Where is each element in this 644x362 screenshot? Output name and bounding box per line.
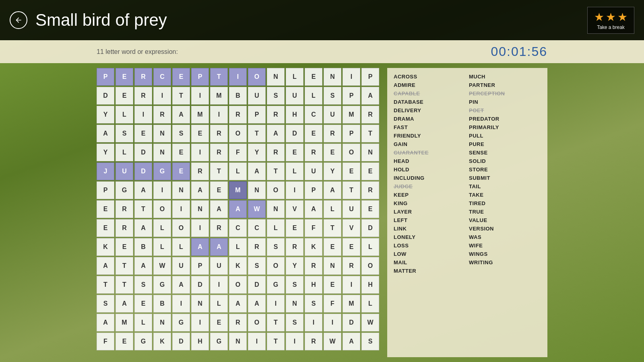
grid-cell[interactable]: A	[172, 276, 190, 294]
grid-cell[interactable]: N	[191, 200, 209, 218]
grid-cell[interactable]: A	[191, 181, 209, 199]
grid-cell[interactable]: T	[267, 162, 285, 180]
grid-cell[interactable]: T	[343, 181, 360, 199]
grid-cell[interactable]: N	[324, 68, 341, 86]
grid-cell[interactable]: R	[248, 238, 266, 256]
grid-cell[interactable]: E	[361, 200, 379, 218]
grid-cell[interactable]: I	[248, 333, 266, 350]
grid-cell[interactable]: P	[191, 257, 209, 275]
grid-cell[interactable]: R	[305, 257, 322, 275]
grid-cell[interactable]: R	[229, 106, 247, 123]
grid-cell[interactable]: T	[172, 87, 190, 105]
grid-cell[interactable]: E	[305, 68, 322, 86]
grid-cell[interactable]: Y	[324, 162, 341, 180]
grid-cell[interactable]: I	[191, 219, 209, 237]
grid-cell[interactable]: L	[286, 162, 303, 180]
grid-cell[interactable]: T	[267, 333, 285, 350]
grid-cell[interactable]: F	[97, 333, 114, 350]
grid-cell[interactable]: D	[286, 125, 303, 142]
grid-cell[interactable]: E	[343, 162, 360, 180]
grid-cell[interactable]: M	[343, 295, 360, 313]
grid-cell[interactable]: I	[286, 333, 303, 350]
grid-cell[interactable]: A	[191, 238, 209, 256]
grid-cell[interactable]: P	[343, 125, 360, 142]
grid-cell[interactable]: T	[361, 125, 379, 142]
grid-cell[interactable]: N	[324, 257, 341, 275]
grid-cell[interactable]: S	[134, 276, 152, 294]
grid-cell[interactable]: N	[172, 181, 190, 199]
grid-cell[interactable]: D	[134, 144, 152, 161]
grid-cell[interactable]: M	[210, 87, 228, 105]
grid-cell[interactable]: I	[172, 295, 190, 313]
grid-cell[interactable]: T	[116, 276, 133, 294]
grid-cell[interactable]: G	[153, 276, 171, 294]
grid-cell[interactable]: E	[116, 333, 133, 350]
grid-cell[interactable]: F	[305, 219, 322, 237]
grid-cell[interactable]: S	[172, 125, 190, 142]
grid-cell[interactable]: I	[324, 314, 341, 331]
grid-cell[interactable]: R	[305, 144, 322, 161]
grid-cell[interactable]: I	[343, 276, 360, 294]
grid-cell[interactable]: O	[343, 144, 360, 161]
grid-cell[interactable]: S	[97, 295, 114, 313]
grid-cell[interactable]: T	[97, 276, 114, 294]
grid-cell[interactable]: A	[116, 295, 133, 313]
grid-cell[interactable]: L	[229, 162, 247, 180]
grid-cell[interactable]: S	[267, 238, 285, 256]
grid-cell[interactable]: S	[324, 87, 341, 105]
grid-cell[interactable]: E	[172, 162, 190, 180]
grid-cell[interactable]: E	[210, 181, 228, 199]
grid-cell[interactable]: G	[267, 276, 285, 294]
grid-cell[interactable]: A	[97, 314, 114, 331]
grid-cell[interactable]: L	[305, 87, 322, 105]
grid-cell[interactable]: I	[153, 87, 171, 105]
grid-cell[interactable]: U	[286, 87, 303, 105]
grid-cell[interactable]: V	[343, 219, 360, 237]
grid-cell[interactable]: L	[324, 200, 341, 218]
grid-cell[interactable]: R	[210, 144, 228, 161]
grid-cell[interactable]: A	[248, 162, 266, 180]
grid-cell[interactable]: I	[229, 68, 247, 86]
grid-cell[interactable]: O	[361, 257, 379, 275]
grid-cell[interactable]: L	[134, 314, 152, 331]
grid-cell[interactable]: L	[361, 238, 379, 256]
grid-cell[interactable]: E	[305, 125, 322, 142]
grid-cell[interactable]: W	[361, 314, 379, 331]
grid-cell[interactable]: W	[324, 333, 341, 350]
grid-cell[interactable]: Y	[248, 144, 266, 161]
grid-cell[interactable]: R	[267, 106, 285, 123]
grid-cell[interactable]: G	[153, 162, 171, 180]
grid-cell[interactable]: R	[210, 219, 228, 237]
grid-cell[interactable]: O	[248, 68, 266, 86]
grid-cell[interactable]: F	[229, 144, 247, 161]
grid-cell[interactable]: D	[97, 87, 114, 105]
grid-cell[interactable]: E	[134, 125, 152, 142]
grid-cell[interactable]: C	[305, 106, 322, 123]
grid-cell[interactable]: H	[361, 276, 379, 294]
grid-cell[interactable]: N	[267, 68, 285, 86]
grid-cell[interactable]: U	[210, 257, 228, 275]
grid-cell[interactable]: B	[229, 87, 247, 105]
grid-cell[interactable]: L	[116, 106, 133, 123]
grid-cell[interactable]: I	[305, 314, 322, 331]
grid-cell[interactable]: G	[134, 333, 152, 350]
grid-cell[interactable]: L	[286, 68, 303, 86]
grid-cell[interactable]: K	[229, 257, 247, 275]
grid-cell[interactable]: E	[97, 219, 114, 237]
grid-cell[interactable]: T	[210, 68, 228, 86]
grid-cell[interactable]: D	[134, 162, 152, 180]
grid-cell[interactable]: R	[210, 125, 228, 142]
grid-cell[interactable]: A	[172, 106, 190, 123]
grid-cell[interactable]: I	[343, 68, 360, 86]
grid-cell[interactable]: R	[134, 68, 152, 86]
grid-cell[interactable]: O	[229, 276, 247, 294]
grid-cell[interactable]: A	[134, 219, 152, 237]
grid-cell[interactable]: P	[97, 181, 114, 199]
grid-cell[interactable]: D	[361, 219, 379, 237]
grid-cell[interactable]: T	[210, 162, 228, 180]
grid-cell[interactable]: D	[343, 314, 360, 331]
grid-cell[interactable]: I	[191, 144, 209, 161]
grid-cell[interactable]: E	[324, 276, 341, 294]
grid-cell[interactable]: S	[267, 87, 285, 105]
grid-cell[interactable]: N	[153, 125, 171, 142]
